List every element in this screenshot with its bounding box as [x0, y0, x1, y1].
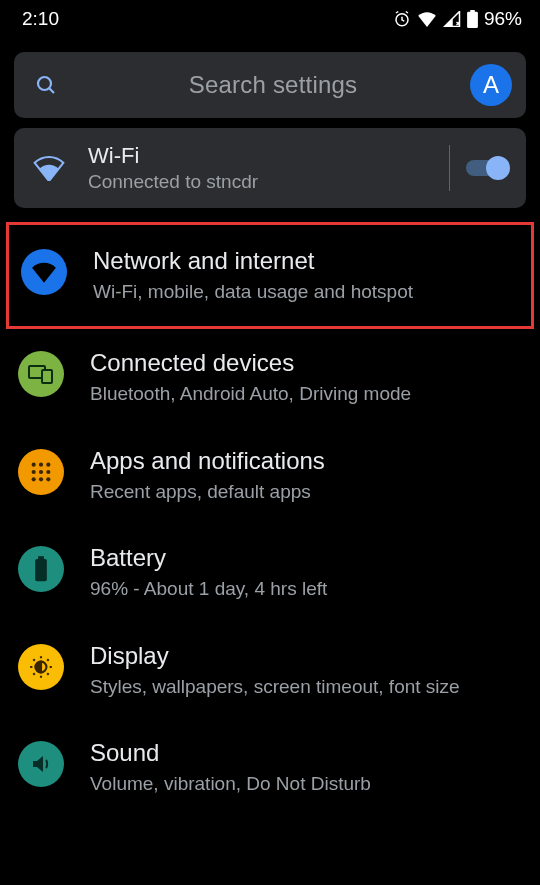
wifi-icon — [32, 155, 88, 181]
cellular-signal-icon — [443, 11, 461, 27]
status-bar: 2:10 96% — [0, 0, 540, 38]
profile-avatar[interactable]: A — [470, 64, 512, 106]
sound-icon — [18, 741, 64, 787]
svg-rect-15 — [35, 560, 47, 582]
row-subtitle: Wi-Fi, mobile, data usage and hotspot — [93, 280, 519, 305]
svg-point-14 — [46, 477, 50, 481]
svg-point-9 — [32, 470, 36, 474]
row-title: Network and internet — [93, 247, 519, 276]
wifi-subtitle: Connected to stncdr — [88, 171, 433, 193]
svg-point-8 — [46, 463, 50, 467]
wifi-icon — [21, 249, 67, 295]
wifi-divider — [449, 145, 450, 191]
search-placeholder: Search settings — [76, 71, 470, 99]
devices-icon — [18, 351, 64, 397]
battery-percent: 96% — [484, 8, 522, 30]
status-icons: 96% — [393, 8, 522, 30]
wifi-title: Wi-Fi — [88, 143, 433, 169]
row-title: Display — [90, 642, 522, 671]
wifi-toggle[interactable] — [466, 156, 510, 180]
search-bar[interactable]: Search settings A — [14, 52, 526, 118]
status-time: 2:10 — [22, 8, 59, 30]
battery-icon — [467, 10, 478, 28]
row-sound[interactable]: Sound Volume, vibration, Do Not Disturb — [0, 719, 540, 804]
svg-point-6 — [32, 463, 36, 467]
row-title: Battery — [90, 544, 522, 573]
row-title: Sound — [90, 739, 522, 768]
svg-point-7 — [39, 463, 43, 467]
avatar-initial: A — [483, 71, 499, 99]
row-display[interactable]: Display Styles, wallpapers, screen timeo… — [0, 622, 540, 719]
battery-icon — [18, 546, 64, 592]
alarm-icon — [393, 10, 411, 28]
row-subtitle: Bluetooth, Android Auto, Driving mode — [90, 382, 522, 407]
row-title: Connected devices — [90, 349, 522, 378]
row-apps-and-notifications[interactable]: Apps and notifications Recent apps, defa… — [0, 427, 540, 524]
row-connected-devices[interactable]: Connected devices Bluetooth, Android Aut… — [0, 329, 540, 426]
svg-point-11 — [46, 470, 50, 474]
settings-list: Network and internet Wi-Fi, mobile, data… — [0, 222, 540, 805]
svg-rect-5 — [42, 370, 52, 383]
wifi-status-icon — [417, 11, 437, 27]
display-icon — [18, 644, 64, 690]
svg-rect-16 — [38, 557, 44, 561]
wifi-quick-card[interactable]: Wi-Fi Connected to stncdr — [14, 128, 526, 208]
row-subtitle: Volume, vibration, Do Not Disturb — [90, 772, 522, 797]
row-battery[interactable]: Battery 96% - About 1 day, 4 hrs left — [0, 524, 540, 621]
svg-rect-1 — [467, 12, 478, 28]
apps-icon — [18, 449, 64, 495]
row-subtitle: Recent apps, default apps — [90, 480, 522, 505]
row-network-and-internet[interactable]: Network and internet Wi-Fi, mobile, data… — [6, 222, 534, 329]
svg-point-13 — [39, 477, 43, 481]
svg-point-12 — [32, 477, 36, 481]
svg-point-10 — [39, 470, 43, 474]
row-subtitle: Styles, wallpapers, screen timeout, font… — [90, 675, 522, 700]
search-icon — [34, 73, 76, 97]
row-title: Apps and notifications — [90, 447, 522, 476]
row-subtitle: 96% - About 1 day, 4 hrs left — [90, 577, 522, 602]
svg-rect-2 — [470, 10, 475, 12]
